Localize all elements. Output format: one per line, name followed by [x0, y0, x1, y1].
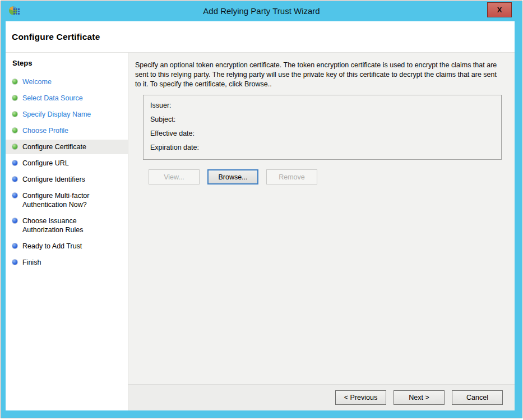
- step-complete-dot-icon: [12, 79, 17, 84]
- steps-list: WelcomeSelect Data SourceSpecify Display…: [6, 75, 128, 270]
- step-complete-dot-icon: [12, 112, 17, 117]
- step-item: Configure URL: [6, 156, 128, 170]
- step-complete-dot-icon: [12, 144, 17, 149]
- step-item[interactable]: Specify Display Name: [6, 107, 128, 122]
- wizard-window: Add Relying Party Trust Wizard X Configu…: [1, 1, 522, 418]
- step-label: Configure Identifiers: [22, 175, 85, 184]
- steps-heading: Steps: [6, 58, 128, 75]
- page-title: Configure Certificate: [12, 32, 100, 42]
- step-complete-dot-icon: [12, 95, 17, 100]
- wizard-panel: Configure Certificate Steps WelcomeSelec…: [6, 21, 515, 410]
- step-item: Configure Identifiers: [6, 172, 128, 187]
- step-pending-dot-icon: [12, 193, 17, 198]
- subject-label: Subject:: [150, 115, 494, 124]
- step-item: Configure Certificate: [6, 140, 128, 154]
- step-item: Finish: [6, 255, 128, 270]
- wizard-footer: < Previous Next > Cancel: [128, 384, 515, 410]
- step-pending-dot-icon: [12, 160, 17, 165]
- next-button[interactable]: Next >: [394, 390, 445, 405]
- step-label: Choose Profile: [22, 126, 68, 135]
- window-title: Add Relying Party Trust Wizard: [1, 1, 522, 21]
- step-label: Configure Multi-factor Authentication No…: [22, 191, 107, 209]
- step-pending-dot-icon: [12, 243, 17, 248]
- certificate-actions: View... Browse... Remove: [149, 169, 503, 184]
- step-label: Ready to Add Trust: [22, 242, 82, 251]
- step-label: Welcome: [22, 77, 52, 86]
- step-item: Choose Issuance Authorization Rules: [6, 214, 128, 237]
- step-item[interactable]: Welcome: [6, 75, 128, 89]
- cancel-button[interactable]: Cancel: [452, 390, 503, 405]
- step-label: Specify Display Name: [22, 110, 91, 119]
- step-pending-dot-icon: [12, 218, 17, 223]
- browse-button[interactable]: Browse...: [207, 169, 258, 184]
- remove-button[interactable]: Remove: [266, 169, 317, 184]
- step-item[interactable]: Choose Profile: [6, 123, 128, 138]
- step-item: Configure Multi-factor Authentication No…: [6, 188, 128, 212]
- step-pending-dot-icon: [12, 177, 17, 182]
- issuer-label: Issuer:: [150, 101, 494, 110]
- step-item: Ready to Add Trust: [6, 239, 128, 253]
- step-label: Finish: [22, 258, 41, 267]
- main-area: Specify an optional token encryption cer…: [128, 53, 515, 410]
- previous-button[interactable]: < Previous: [335, 390, 386, 405]
- step-label: Configure Certificate: [22, 142, 86, 151]
- step-item[interactable]: Select Data Source: [6, 91, 128, 105]
- step-pending-dot-icon: [12, 260, 17, 265]
- step-label: Configure URL: [22, 159, 69, 168]
- step-label: Select Data Source: [22, 94, 83, 103]
- effective-date-label: Effective date:: [150, 129, 494, 138]
- expiration-date-label: Expiration date:: [150, 143, 494, 152]
- close-button[interactable]: X: [487, 2, 512, 17]
- certificate-info-box: Issuer: Subject: Effective date: Expirat…: [143, 95, 502, 160]
- step-complete-dot-icon: [12, 128, 17, 133]
- page-header: Configure Certificate: [6, 21, 515, 53]
- step-label: Choose Issuance Authorization Rules: [22, 216, 107, 234]
- steps-sidebar: Steps WelcomeSelect Data SourceSpecify D…: [6, 53, 128, 410]
- description-text: Specify an optional token encryption cer…: [135, 61, 503, 89]
- view-button[interactable]: View...: [149, 169, 200, 184]
- titlebar: Add Relying Party Trust Wizard X: [1, 1, 522, 21]
